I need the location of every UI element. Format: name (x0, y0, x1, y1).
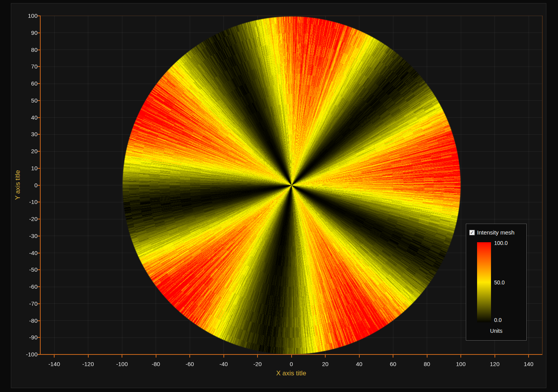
x-tick-label: -80 (144, 361, 168, 367)
x-tick-mark (393, 355, 393, 358)
y-tick-label: -60 (13, 283, 38, 290)
colorbar-units-label: Units (466, 328, 526, 334)
x-tick-mark (122, 355, 122, 358)
application-window: X axis title Y axis title ✓ Intensity me… (0, 0, 558, 392)
y-tick-mark (38, 33, 41, 33)
x-tick-label: 40 (348, 361, 371, 367)
x-tick-label: 80 (415, 361, 439, 367)
y-tick-mark (38, 151, 41, 152)
y-tick-mark (38, 320, 41, 321)
y-tick-label: 80 (13, 46, 38, 53)
x-tick-mark (359, 355, 360, 358)
y-tick-mark (38, 236, 41, 236)
x-tick-mark (427, 355, 428, 358)
y-tick-label: -50 (13, 266, 38, 273)
y-tick-mark (38, 185, 41, 186)
legend-title: Intensity mesh (477, 229, 515, 236)
colorbar-max-label: 100.0 (494, 240, 508, 246)
x-tick-label: 20 (314, 361, 337, 367)
y-tick-label: 10 (13, 165, 38, 171)
x-tick-label: 120 (483, 361, 506, 367)
y-tick-label: 20 (13, 148, 38, 154)
y-tick-mark (38, 15, 41, 16)
y-tick-label: 70 (13, 63, 38, 70)
y-tick-mark (38, 286, 41, 287)
y-tick-label: 50 (13, 97, 38, 104)
x-tick-label: -140 (43, 361, 66, 367)
y-tick-label: 60 (13, 80, 38, 87)
x-tick-label: -100 (110, 361, 134, 367)
y-tick-label: 90 (13, 29, 38, 36)
legend-header: ✓ Intensity mesh (469, 229, 515, 236)
x-tick-label: 140 (517, 361, 540, 367)
x-tick-label: 0 (280, 361, 303, 367)
legend-checkbox[interactable]: ✓ (469, 230, 475, 235)
x-tick-label: -20 (246, 361, 269, 367)
y-tick-mark (38, 50, 41, 50)
y-tick-mark (38, 168, 41, 169)
y-tick-label: -80 (13, 317, 38, 324)
x-tick-mark (257, 355, 258, 358)
y-tick-label: -90 (13, 334, 38, 341)
colorbar-mid-label: 50.0 (494, 279, 505, 286)
y-tick-label: -30 (13, 233, 38, 239)
y-tick-mark (38, 219, 41, 219)
x-axis-title: X axis title (276, 370, 306, 377)
y-tick-mark (38, 202, 41, 202)
y-tick-label: 100 (13, 12, 38, 19)
x-tick-label: -120 (77, 361, 100, 367)
x-tick-label: 60 (381, 361, 405, 367)
x-tick-mark (291, 355, 292, 358)
y-tick-label: 30 (13, 131, 38, 137)
y-tick-mark (38, 337, 41, 338)
y-tick-label: -70 (13, 300, 38, 307)
x-tick-mark (88, 355, 89, 358)
y-tick-mark (38, 100, 41, 101)
x-tick-label: -60 (178, 361, 201, 367)
x-tick-label: -40 (212, 361, 235, 367)
legend-box[interactable]: ✓ Intensity mesh 100.0 50.0 0.0 Units (466, 224, 527, 341)
x-tick-label: 100 (449, 361, 472, 367)
x-tick-mark (54, 355, 55, 358)
y-tick-label: -100 (13, 351, 38, 358)
y-tick-label: -20 (13, 216, 38, 222)
y-tick-label: 0 (13, 182, 38, 188)
y-tick-mark (38, 66, 41, 67)
x-tick-mark (528, 355, 529, 358)
y-tick-mark (38, 354, 41, 355)
y-tick-mark (38, 253, 41, 253)
x-tick-mark (325, 355, 326, 358)
x-tick-mark (156, 355, 156, 358)
x-tick-mark (223, 355, 224, 358)
y-tick-mark (38, 134, 41, 135)
y-tick-mark (38, 117, 41, 118)
y-tick-mark (38, 269, 41, 270)
y-tick-label: 40 (13, 114, 38, 121)
y-tick-mark (38, 83, 41, 84)
x-tick-mark (494, 355, 495, 358)
y-tick-label: -40 (13, 250, 38, 256)
colorbar-gradient (477, 242, 491, 322)
y-tick-label: -10 (13, 199, 38, 205)
colorbar-min-label: 0.0 (494, 317, 501, 323)
x-tick-mark (460, 355, 461, 358)
y-tick-mark (38, 303, 41, 304)
x-tick-mark (189, 355, 190, 358)
